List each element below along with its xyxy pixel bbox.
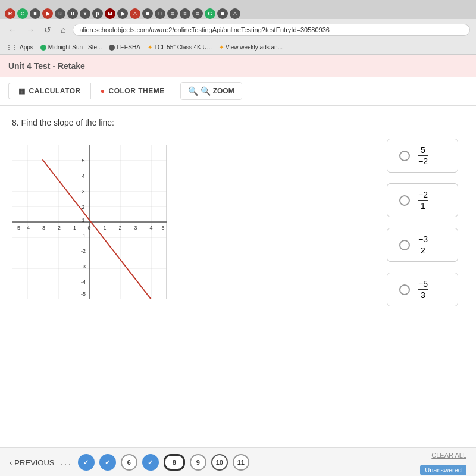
svg-text:3: 3	[82, 189, 84, 195]
star-icon-3: ✦	[148, 44, 152, 51]
refresh-button[interactable]: ↺	[42, 24, 54, 36]
tab-icon-5[interactable]: u	[55, 8, 65, 19]
tab-icon-3[interactable]: ■	[30, 8, 40, 19]
tab-icon-15[interactable]: ≡	[180, 8, 190, 19]
url-bar[interactable]: alien.schoolobjects.com/aware2/onlineTes…	[73, 24, 470, 36]
bookmarks-bar: ⋮⋮ Apps Midnight Sun - Ste... LEESHA ✦ T…	[0, 40, 476, 55]
tab-icon-13[interactable]: □	[155, 8, 165, 19]
nav-dots: ...	[61, 457, 72, 468]
check-icon-5: ✓	[105, 459, 110, 466]
fraction-b: −2 1	[418, 190, 428, 211]
bookmark-3[interactable]: ✦ TCL 55" Class 4K U...	[148, 44, 212, 51]
tab-icon-10[interactable]: ▶	[117, 8, 128, 19]
tab-icon-17[interactable]: G	[205, 8, 215, 19]
svg-text:-4: -4	[25, 225, 30, 231]
answer-option-b[interactable]: −2 1	[387, 183, 458, 217]
bookmark-apps[interactable]: ⋮⋮ Apps	[6, 44, 33, 51]
page-num-8: 8	[173, 459, 176, 466]
main-page: Unit 4 Test - Retake ▦ CALCULATOR ● COLO…	[0, 55, 476, 476]
answer-option-d[interactable]: −5 3	[387, 273, 458, 306]
back-button[interactable]: ←	[6, 24, 19, 36]
svg-text:2: 2	[118, 225, 121, 231]
forward-button[interactable]: →	[24, 24, 37, 36]
page-bubble-4[interactable]: ✓	[78, 454, 95, 471]
tab-icon-11[interactable]: A	[130, 8, 140, 19]
page-bubble-5[interactable]: ✓	[99, 454, 116, 471]
tab-icon-16[interactable]: ≡	[192, 8, 203, 19]
page-num-6: 6	[127, 459, 131, 466]
svg-text:1: 1	[103, 225, 106, 231]
svg-text:1: 1	[82, 217, 84, 223]
zoom-controls[interactable]: 🔍 🔍 ZOOM	[180, 82, 242, 100]
previous-button[interactable]: ‹ PREVIOUS	[10, 458, 55, 467]
color-theme-button[interactable]: ● COLOR THEME	[90, 83, 174, 99]
svg-text:0: 0	[87, 225, 90, 231]
radio-c[interactable]	[399, 240, 410, 250]
radio-a[interactable]	[399, 151, 410, 161]
tab-bar: R G ■ ▶ u u x p M ▶ A ■ □ ≡ ≡ ≡ G ■ A	[0, 0, 476, 19]
svg-text:2: 2	[82, 204, 84, 210]
tab-icon-12[interactable]: ■	[142, 8, 153, 19]
coordinate-graph: -4 -3 -2 -1 0 1 2 3 4 5 -5 5 4 3 2 1 -1 …	[12, 145, 167, 299]
bookmark-1[interactable]: Midnight Sun - Ste...	[40, 44, 102, 51]
tab-icon-14[interactable]: ≡	[167, 8, 178, 19]
fraction-d: −5 3	[418, 279, 428, 300]
page-bubble-9[interactable]: 9	[190, 454, 206, 471]
calculator-icon: ▦	[18, 87, 26, 95]
tab-icon-18[interactable]: ■	[217, 8, 228, 19]
svg-text:-2: -2	[56, 225, 61, 231]
palette-icon: ●	[101, 87, 105, 95]
tab-icon-9[interactable]: M	[105, 8, 115, 19]
page-bubble-7[interactable]: ✓	[142, 454, 159, 471]
unanswered-badge: Unanswered	[420, 465, 466, 475]
zoom-label: ZOOM	[213, 87, 234, 95]
answer-option-c[interactable]: −3 2	[387, 228, 458, 262]
svg-text:-5: -5	[15, 225, 20, 231]
answer-option-a[interactable]: 5 −2	[387, 139, 458, 173]
prev-label: PREVIOUS	[14, 458, 54, 467]
tab-icon-6[interactable]: u	[67, 8, 78, 19]
home-button[interactable]: ⌂	[58, 24, 68, 36]
svg-text:-1: -1	[81, 233, 86, 239]
page-header: Unit 4 Test - Retake	[0, 55, 476, 77]
zoom-in-icon[interactable]: 🔍	[201, 86, 211, 96]
page-bubble-8[interactable]: 8	[164, 454, 185, 471]
answers-container: 5 −2 −2 1 −3 2	[387, 139, 458, 306]
tab-icon-8[interactable]: p	[92, 8, 103, 19]
fraction-c: −3 2	[418, 234, 428, 255]
radio-d[interactable]	[399, 284, 410, 295]
bottom-nav: ‹ PREVIOUS ... ✓ ✓ 6 ✓ 8	[0, 447, 476, 476]
tab-icons: R G ■ ▶ u u x p M ▶ A ■ □ ≡ ≡ ≡ G ■ A	[5, 8, 240, 19]
page-bubble-10[interactable]: 10	[211, 454, 228, 471]
zoom-out-icon[interactable]: 🔍	[188, 86, 198, 96]
clear-all-button[interactable]: CLEAR ALL	[431, 452, 466, 459]
radio-b[interactable]	[399, 195, 410, 206]
bookmark-1-icon	[40, 45, 46, 51]
svg-text:4: 4	[149, 225, 152, 231]
question-body: Find the slope of the line:	[21, 118, 114, 127]
svg-text:-3: -3	[40, 225, 45, 231]
check-icon-7: ✓	[148, 459, 153, 466]
page-bubble-11[interactable]: 11	[233, 454, 249, 471]
prev-arrow-icon: ‹	[10, 458, 12, 467]
fraction-a: 5 −2	[418, 145, 428, 166]
page-bubble-6[interactable]: 6	[121, 454, 137, 471]
page-num-11: 11	[237, 459, 245, 466]
bookmark-2-icon	[109, 45, 115, 51]
bookmark-2[interactable]: LEESHA	[109, 44, 140, 51]
svg-text:-1: -1	[71, 225, 76, 231]
tab-icon-7[interactable]: x	[80, 8, 90, 19]
question-area: 8. Find the slope of the line: -4 -3	[0, 106, 476, 447]
tab-icon-1[interactable]: R	[5, 8, 15, 19]
check-icon-4: ✓	[83, 459, 89, 466]
bookmark-4[interactable]: ✦ View weekly ads an...	[219, 44, 283, 51]
browser-chrome: R G ■ ▶ u u x p M ▶ A ■ □ ≡ ≡ ≡ G ■ A ← …	[0, 0, 476, 55]
question-number: 8	[12, 118, 17, 127]
svg-text:-3: -3	[81, 264, 86, 270]
svg-text:-5: -5	[81, 291, 86, 297]
tab-icon-4[interactable]: ▶	[42, 8, 53, 19]
nav-bar: ← → ↺ ⌂ alien.schoolobjects.com/aware2/o…	[0, 19, 476, 40]
tab-icon-2[interactable]: G	[17, 8, 28, 19]
tab-icon-19[interactable]: A	[230, 8, 240, 19]
calculator-button[interactable]: ▦ CALCULATOR	[8, 83, 90, 99]
